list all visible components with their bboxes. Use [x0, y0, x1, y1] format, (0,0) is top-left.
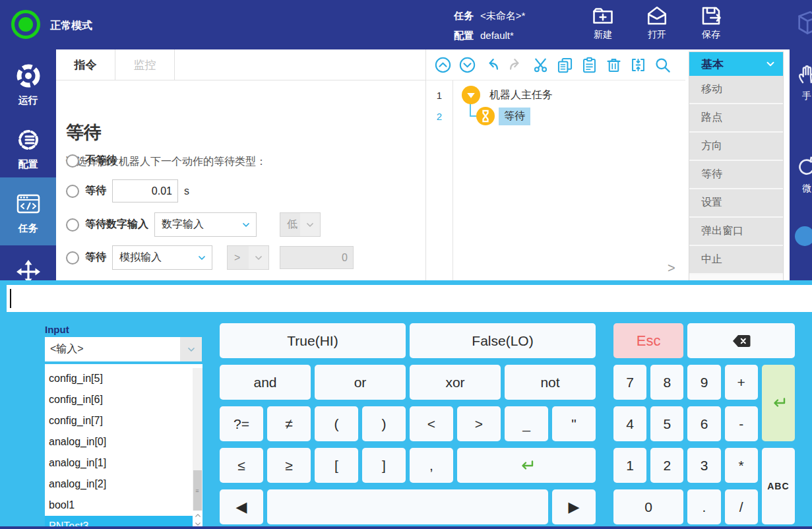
- radio-timed-wait[interactable]: [66, 185, 79, 198]
- input-list-item[interactable]: config_in[5]: [45, 368, 203, 389]
- tab-instruction[interactable]: 指令: [56, 49, 115, 80]
- radio-digital-wait[interactable]: [66, 218, 79, 232]
- command-category-dropdown[interactable]: 基本: [689, 52, 783, 76]
- move-up-icon[interactable]: [434, 56, 452, 74]
- key-8[interactable]: 8: [650, 365, 683, 400]
- key-([interactable]: (: [315, 406, 358, 441]
- panel-expander-chevron[interactable]: >: [668, 261, 675, 276]
- tab-bar: 指令 监控: [56, 49, 425, 80]
- cursor-right-key[interactable]: ▶: [552, 489, 596, 524]
- key-≥[interactable]: ≥: [267, 448, 311, 483]
- key-0[interactable]: 0: [613, 489, 683, 524]
- level-select[interactable]: 低: [280, 212, 321, 237]
- backspace-key[interactable]: [687, 323, 795, 358]
- wait-time-input[interactable]: 0.01: [112, 179, 178, 202]
- numpad-enter-key[interactable]: [762, 365, 795, 441]
- input-list-item[interactable]: bool1: [45, 495, 203, 516]
- key-7[interactable]: 7: [613, 365, 646, 400]
- key-and[interactable]: and: [220, 365, 311, 400]
- collapse-icon[interactable]: [629, 56, 647, 74]
- key-_[interactable]: _: [505, 406, 548, 441]
- key-,[interactable]: ,: [410, 448, 453, 483]
- input-list-item[interactable]: config_in[7]: [45, 410, 203, 431]
- sidebar-item-任务[interactable]: 任务: [0, 177, 56, 245]
- key-6[interactable]: 6: [687, 406, 720, 441]
- key-3[interactable]: 3: [687, 448, 720, 483]
- delete-icon[interactable]: [605, 56, 623, 74]
- input-list-item[interactable]: analog_in[0]: [45, 431, 203, 452]
- esc-key[interactable]: Esc: [613, 323, 683, 358]
- topbar-action-新建[interactable]: 新建: [590, 4, 616, 41]
- paste-icon[interactable]: [580, 56, 598, 74]
- digital-input-select[interactable]: 数字输入: [154, 212, 257, 237]
- undo-icon[interactable]: [483, 56, 501, 74]
- abc-key[interactable]: ABC: [762, 448, 795, 524]
- radio-analog-wait[interactable]: [66, 251, 79, 264]
- topbar-action-打开[interactable]: 打开: [644, 4, 670, 41]
- key-][interactable]: ]: [362, 448, 406, 483]
- scrollbar-thumb[interactable]: ≡: [193, 470, 202, 511]
- new-file-icon: [591, 4, 615, 28]
- tree-node-label[interactable]: 机器人主任务: [484, 86, 558, 104]
- right-strip-item-手[interactable]: 手: [794, 61, 812, 102]
- true-hi-key[interactable]: True(HI): [220, 323, 406, 358]
- cut-icon[interactable]: [532, 56, 549, 74]
- input-source-select[interactable]: <输入>: [45, 337, 202, 361]
- copy-icon[interactable]: [556, 56, 574, 74]
- key-≠[interactable]: ≠: [267, 406, 311, 441]
- key->[interactable]: >: [457, 406, 501, 441]
- analog-input-select[interactable]: 模拟输入: [112, 245, 212, 270]
- move-down-icon[interactable]: [458, 56, 476, 74]
- command-button-路点[interactable]: 路点: [689, 104, 783, 133]
- key-*[interactable]: *: [725, 448, 758, 483]
- key-+[interactable]: +: [725, 365, 758, 400]
- radio-no-wait[interactable]: [66, 154, 79, 168]
- analog-threshold-input[interactable]: 0: [280, 246, 354, 269]
- sidebar-item-运行[interactable]: 运行: [0, 49, 56, 113]
- command-button-等待[interactable]: 等待: [689, 161, 783, 189]
- tree-row[interactable]: 2等待: [426, 106, 530, 127]
- scrollbar[interactable]: ≡: [193, 368, 203, 529]
- right-strip-item-微[interactable]: 微: [794, 154, 812, 195]
- sidebar-item-配置[interactable]: 配置: [0, 113, 56, 177]
- search-icon[interactable]: [654, 56, 671, 74]
- key-not[interactable]: not: [505, 365, 596, 400]
- expression-input[interactable]: [7, 285, 812, 312]
- space-key[interactable]: [267, 489, 548, 524]
- key-.[interactable]: .: [687, 489, 720, 524]
- tree-row[interactable]: 1机器人主任务: [426, 84, 558, 106]
- input-list-item[interactable]: analog_in[2]: [45, 474, 203, 495]
- key-4[interactable]: 4: [613, 406, 646, 441]
- key-xor[interactable]: xor: [410, 365, 501, 400]
- command-button-中止[interactable]: 中止: [689, 246, 783, 274]
- tree-node-label[interactable]: 等待: [499, 108, 530, 125]
- key-9[interactable]: 9: [687, 365, 720, 400]
- key-[[interactable]: [: [315, 448, 358, 483]
- command-button-方向[interactable]: 方向: [689, 133, 783, 161]
- topbar-action-保存[interactable]: 保存: [698, 4, 724, 41]
- key-≤[interactable]: ≤: [220, 448, 263, 483]
- scroll-up-icon[interactable]: [193, 511, 203, 520]
- key-?=[interactable]: ?=: [220, 406, 263, 441]
- false-lo-key[interactable]: False(LO): [410, 323, 596, 358]
- key--[interactable]: -: [725, 406, 758, 441]
- keyboard-left-block: True(HI)False(LO)andorxornot?=≠()<>_"≤≥[…: [220, 323, 596, 524]
- command-button-移动[interactable]: 移动: [689, 76, 783, 104]
- key-5[interactable]: 5: [650, 406, 683, 441]
- cursor-left-key[interactable]: ◀: [220, 489, 263, 524]
- input-list-item[interactable]: config_in[6]: [45, 389, 203, 410]
- key-"[interactable]: ": [552, 406, 596, 441]
- key-or[interactable]: or: [315, 365, 406, 400]
- key-/[interactable]: /: [725, 489, 758, 524]
- input-list-item[interactable]: analog_in[1]: [45, 452, 203, 474]
- key-2[interactable]: 2: [650, 448, 683, 483]
- operator-select[interactable]: >: [227, 245, 269, 270]
- tab-monitor[interactable]: 监控: [115, 49, 175, 80]
- key-1[interactable]: 1: [613, 448, 646, 483]
- key-)[interactable]: ): [362, 406, 406, 441]
- key-<[interactable]: <: [410, 406, 453, 441]
- enter-key[interactable]: [457, 448, 596, 483]
- select-value: 数字输入: [155, 218, 236, 232]
- command-button-弹出窗口[interactable]: 弹出窗口: [689, 218, 783, 246]
- command-button-设置[interactable]: 设置: [689, 189, 783, 218]
